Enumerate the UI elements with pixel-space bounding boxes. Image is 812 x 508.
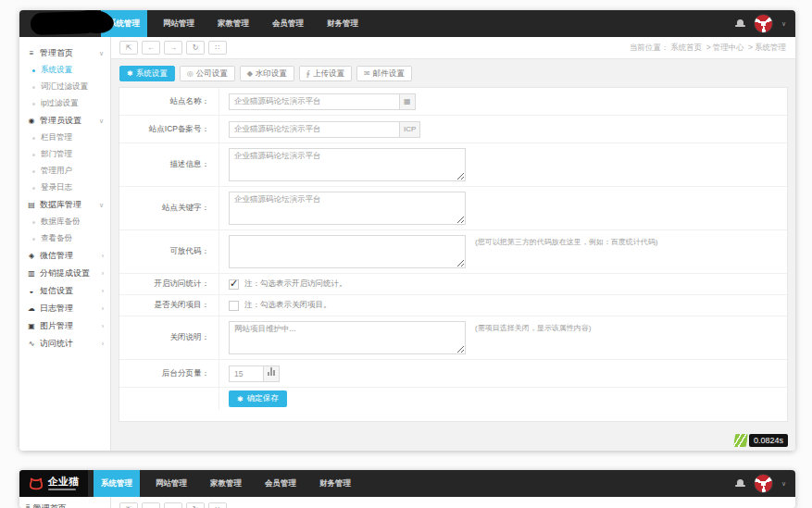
form-row-close-toggle: 是否关闭项目： 注：勾选表示关闭项目。 (119, 295, 787, 316)
chevron-down-icon: ∨ (99, 202, 104, 209)
sidebar-group-home[interactable]: ≡ 管理首页 ∨ (19, 44, 110, 62)
avatar[interactable] (754, 14, 773, 33)
sidebar-item-departments[interactable]: 部门管理 (19, 146, 110, 163)
close-project-checkbox[interactable] (229, 301, 239, 311)
nav-right-cluster: ∨ (735, 470, 795, 497)
keywords-textarea[interactable]: 企业猫源码论坛演示平台 (229, 192, 466, 225)
tab-watermark-settings[interactable]: ◆ 水印设置 (240, 66, 294, 81)
sidebar-item-word-filter[interactable]: 词汇过滤设置 (19, 79, 110, 95)
clipped-content-strip: ≡ 管理首页 ⇱ ← → ↻ ∷ (19, 497, 795, 508)
field-label: 可放代码： (119, 230, 219, 273)
tag-icon: ◈ (26, 252, 37, 260)
sidebar-group-admin[interactable]: ◉ 管理员设置 ∨ (19, 112, 110, 130)
grid-icon: ▦ (400, 93, 416, 110)
field-label: 站点名称： (119, 88, 219, 115)
tab-system-settings[interactable]: ✱ 系统设置 (119, 66, 175, 81)
admin-icon: ◉ (26, 117, 37, 125)
map-marker-icon: ◎ (187, 69, 194, 78)
sliders-icon: ≡ (26, 49, 37, 57)
stats-checkbox[interactable] (229, 279, 239, 290)
stats-note: 注：勾选表示开启访问统计。 (244, 279, 347, 290)
nav-item-website[interactable]: 网站管理 (148, 470, 194, 497)
sidebar-group-visit-stats[interactable]: ∿ 访问统计 › (19, 335, 110, 353)
bell-icon[interactable] (735, 19, 745, 29)
chevron-down-icon: ∨ (99, 118, 104, 125)
nav-item-tutoring[interactable]: 家教管理 (203, 470, 249, 497)
brand-logo[interactable]: 企业猫 (19, 470, 88, 497)
sidebar-group-logs[interactable]: ☁ 日志管理 › (19, 300, 110, 317)
sidebar-group-images[interactable]: ▣ 图片管理 › (19, 317, 110, 335)
tab-upload-settings[interactable]: ∮ 上传设置 (299, 66, 352, 81)
top-navbar: 企业猫 系统管理 网站管理 家教管理 会员管理 财务管理 ∨ (19, 470, 795, 497)
nav-item-finance[interactable]: 财务管理 (319, 10, 366, 37)
fullscreen-button[interactable]: ⇱ (119, 41, 138, 55)
form-row-keywords: 站点关键字： 企业猫源码论坛演示平台 (119, 187, 787, 230)
chevron-down-icon[interactable]: ∨ (781, 480, 786, 488)
sliders-icon: ≡ (26, 502, 31, 508)
sidebar-group-sms[interactable]: ◒ 短信设置 › (19, 282, 110, 300)
embed-code-hint: (您可以把第三方的代码放在这里，例如：百度统计代码) (475, 237, 657, 247)
embed-code-textarea[interactable] (229, 235, 466, 268)
nav-item-members[interactable]: 会员管理 (257, 470, 304, 497)
top-nav-menu: 系统管理 网站管理 家教管理 会员管理 财务管理 (94, 470, 367, 497)
site-name-input[interactable] (229, 93, 400, 110)
line-chart-icon: ∿ (26, 340, 37, 348)
fullscreen-button[interactable]: ⇱ (119, 502, 138, 508)
nav-item-finance[interactable]: 财务管理 (312, 470, 358, 497)
sidebar-group-database[interactable]: ▤ 数据库管理 ∨ (19, 196, 110, 214)
chevron-down-icon[interactable]: ∨ (781, 20, 786, 28)
image-icon: ▣ (26, 322, 37, 330)
field-label: 描述信息： (119, 143, 219, 186)
forward-button[interactable]: → (164, 41, 182, 55)
sidebar-item-admin-users[interactable]: 管理用户 (19, 163, 110, 180)
chevron-right-icon: › (102, 323, 104, 329)
sidebar-item-system-settings[interactable]: 系统设置 (19, 62, 110, 79)
form-row-page-size: 后台分页量： (119, 360, 787, 388)
redacted-logo (31, 11, 98, 35)
chevron-right-icon: › (102, 253, 104, 259)
forward-button[interactable]: → (164, 502, 182, 508)
sidebar-item-login-logs[interactable]: 登录日志 (19, 180, 110, 196)
database-icon: ▤ (26, 201, 37, 209)
compress-button[interactable]: ∷ (208, 41, 227, 55)
form-row-site-name: 站点名称： ▦ (119, 88, 787, 116)
back-button[interactable]: ← (142, 502, 160, 508)
sidebar-item-columns[interactable]: 栏目管理 (19, 130, 110, 146)
chevron-down-icon: ∨ (99, 50, 104, 57)
sidebar-item-db-backup[interactable]: 数据库备份 (19, 214, 110, 230)
field-label: 关闭说明： (119, 316, 219, 359)
main-content: ⇱ ← → ↻ ∷ 当前位置：系统首页 >管理中心 >系统管理 ✱ 系统设置 ◎ (111, 37, 795, 451)
tab-company-settings[interactable]: ◎ 公司设置 (180, 66, 235, 81)
icp-addon-label: ICP (400, 121, 420, 138)
field-label: 站点ICP备案号： (119, 116, 219, 142)
page-size-input[interactable] (229, 366, 264, 382)
sidebar-item-view-backup[interactable]: 查看备份 (19, 230, 110, 247)
history-toolbar: ⇱ ← → ↻ ∷ 当前位置：系统首页 >管理中心 >系统管理 (111, 37, 795, 59)
tab-mail-settings[interactable]: ✉ 邮件设置 (356, 66, 412, 81)
sidebar-group-commission[interactable]: ▥ 分销提成设置 › (19, 265, 110, 282)
nav-item-tutoring[interactable]: 家教管理 (210, 10, 256, 37)
back-button[interactable]: ← (142, 41, 160, 55)
sidebar-group-wechat[interactable]: ◈ 微信管理 › (19, 247, 110, 265)
nav-item-members[interactable]: 会员管理 (265, 10, 311, 37)
comment-icon: ◒ (26, 287, 37, 295)
nav-item-website[interactable]: 网站管理 (156, 10, 202, 37)
field-label: 后台分页量： (119, 360, 219, 387)
sidebar-item-ip-filter[interactable]: ip过滤设置 (19, 95, 110, 112)
refresh-button[interactable]: ↻ (186, 502, 205, 508)
avatar[interactable] (754, 474, 773, 493)
refresh-button[interactable]: ↻ (186, 41, 205, 55)
save-button[interactable]: ✱ 确定保存 (229, 390, 287, 407)
close-message-textarea[interactable]: 网站项目维护中... (229, 321, 466, 354)
chevron-right-icon: › (102, 341, 104, 347)
close-note: 注：勾选表示关闭项目。 (244, 300, 331, 311)
history-toolbar: ⇱ ← → ↻ ∷ (111, 497, 795, 508)
bell-icon[interactable] (735, 478, 745, 489)
top-nav-menu: 系统管理 网站管理 家教管理 会员管理 财务管理 (101, 10, 374, 37)
nav-item-system[interactable]: 系统管理 (94, 470, 140, 497)
icp-number-input[interactable] (229, 121, 400, 138)
settings-form: 站点名称： ▦ 站点ICP备案号： ICP 描述信息： (119, 87, 788, 422)
description-textarea[interactable]: 企业猫源码论坛演示平台 (229, 148, 466, 181)
breadcrumb: 当前位置：系统首页 >管理中心 >系统管理 (629, 43, 787, 54)
compress-button[interactable]: ∷ (208, 502, 227, 508)
